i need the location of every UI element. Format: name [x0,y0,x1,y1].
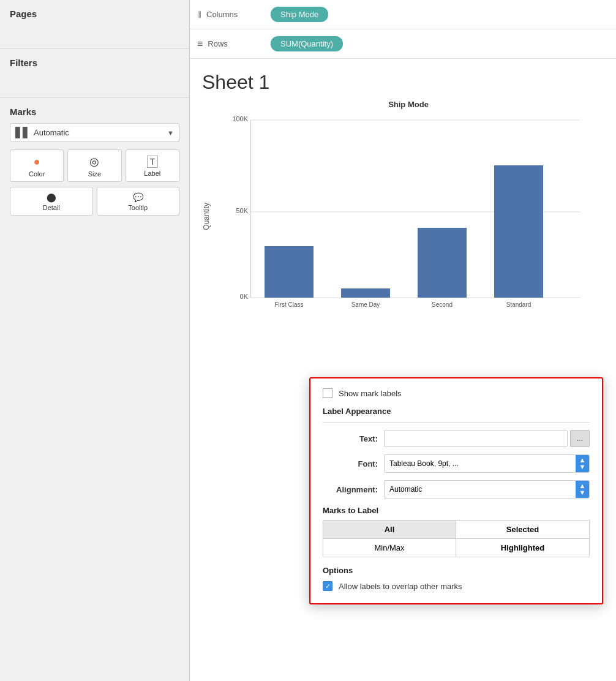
options-title: Options [323,566,590,575]
marks-label-row-1: All Selected [323,521,589,539]
color-dots-icon: ● [34,156,40,168]
marks-section: Marks ▋▋ Automatic ▼ ● Color ◎ Size T La… [0,98,189,681]
rows-label: Rows [208,39,228,48]
columns-bar: ⫴ Columns Ship Mode [190,0,616,29]
rows-icon: ≡ [197,39,203,50]
sum-quantity-pill[interactable]: SUM(Quantity) [271,36,343,51]
legend-title: Ship Mode [213,100,604,109]
divider-1 [323,422,590,423]
bar-label-second-class2: Class [434,309,449,310]
pages-title: Pages [10,9,179,19]
bar-label-same-day: Same Day [351,301,380,308]
filters-section: Filters [0,49,189,98]
selected-button[interactable]: Selected [456,521,589,538]
show-mark-labels-label: Show mark labels [339,389,402,398]
size-icon: ◎ [89,155,99,168]
label-appearance-section: Label Appearance Text: ... Font: Tableau… [323,407,590,499]
font-field-label: Font: [323,459,378,468]
show-mark-labels-checkbox[interactable] [323,388,332,398]
label-button[interactable]: T Label [126,149,179,182]
overlap-label: Allow labels to overlap other marks [339,582,462,591]
highlighted-button[interactable]: Highlighted [456,539,589,557]
highlighted-label: Highlighted [501,543,545,552]
text-field-row: Text: ... [323,430,590,447]
marks-type-dropdown[interactable]: ▋▋ Automatic ▼ [10,123,179,142]
label-popup: Show mark labels Label Appearance Text: … [309,377,603,604]
bar-same-day [341,288,390,298]
color-label: Color [29,170,45,178]
rows-bar: ≡ Rows SUM(Quantity) [190,29,616,59]
marks-to-label-section: Marks to Label All Selected [323,506,590,557]
bar-second-class [418,228,467,298]
columns-icon: ⫴ [197,9,201,20]
alignment-field-label: Alignment: [323,485,378,494]
alignment-select-text: Automatic [385,481,576,498]
detail-label: Detail [43,204,60,211]
marks-type-label: Automatic [34,128,167,137]
font-select-arrow: ▲ ▼ [576,455,589,472]
text-input[interactable] [384,430,568,447]
y-label-0k: 0K [240,293,249,300]
tooltip-icon: 💬 [133,192,143,202]
all-label: All [385,525,395,534]
marks-buttons-grid: ● Color ◎ Size T Label [10,149,179,182]
color-button[interactable]: ● Color [10,149,64,182]
bar-chart-icon: ▋▋ [15,127,30,138]
size-label: Size [88,170,101,178]
label-icon: T [147,156,159,168]
bar-chart-svg: 100K 50K 0K First Class [213,114,604,310]
checkmark-icon: ✓ [325,582,331,590]
y-label-100k: 100K [232,115,248,122]
chevron-down-icon-2: ▼ [579,489,586,496]
marks-buttons-row2: ⬤ Detail 💬 Tooltip [10,187,179,216]
text-field-label: Text: [323,434,378,443]
marks-label-row-2: Min/Max Highlighted [323,539,589,557]
marks-to-label-title: Marks to Label [323,506,590,515]
label-appearance-title: Label Appearance [323,407,590,416]
overlap-checkbox[interactable]: ✓ [323,581,332,591]
bar-standard-class [494,165,543,298]
chevron-down-icon: ▼ [579,464,586,470]
sheet-title: Sheet 1 [202,71,604,94]
font-select-text: Tableau Book, 9pt, ... [385,455,576,472]
size-button[interactable]: ◎ Size [67,149,121,182]
show-mark-labels-row: Show mark labels [323,388,590,398]
chart-body: Ship Mode 100K 50K 0K [213,100,604,322]
bar-first-class [265,246,314,298]
detail-button[interactable]: ⬤ Detail [10,187,93,216]
filters-title: Filters [10,58,179,68]
y-axis-label: Quantity [202,203,211,230]
overlap-option-row: ✓ Allow labels to overlap other marks [323,581,590,591]
marks-label-grid: All Selected Min/Max Highlighted [323,520,590,557]
ellipsis-button[interactable]: ... [570,430,590,447]
chart-svg-container: 100K 50K 0K First Class [213,114,604,322]
bar-label-first-class: First Class [274,301,303,308]
tooltip-label: Tooltip [128,204,148,211]
options-section: Options ✓ Allow labels to overlap other … [323,566,590,591]
chart-area: Sheet 1 Quantity Ship Mode 100K 50K 0K [190,59,616,681]
min-max-label: Min/Max [374,543,404,552]
y-label-50k: 50K [236,207,248,214]
app-container: Pages Filters Marks ▋▋ Automatic ▼ ● Col… [0,0,616,681]
chart-inner: Quantity Ship Mode 100K 50K 0K [202,100,604,333]
bar-label-standard-class: Standard [506,301,531,308]
pages-section: Pages [0,0,189,49]
label-label: Label [144,170,160,177]
bar-label-second-class: Second [432,301,453,308]
font-select[interactable]: Tableau Book, 9pt, ... ▲ ▼ [384,454,590,473]
tooltip-button[interactable]: 💬 Tooltip [97,187,180,216]
main-content: ⫴ Columns Ship Mode ≡ Rows SUM(Quantity)… [190,0,616,681]
alignment-select[interactable]: Automatic ▲ ▼ [384,480,590,499]
all-button[interactable]: All [323,521,456,538]
columns-label: Columns [206,10,238,19]
font-field-row: Font: Tableau Book, 9pt, ... ▲ ▼ [323,454,590,473]
sidebar: Pages Filters Marks ▋▋ Automatic ▼ ● Col… [0,0,190,681]
chevron-down-icon: ▼ [167,129,174,137]
detail-icon: ⬤ [47,192,56,202]
columns-label-area: ⫴ Columns [197,9,271,20]
ship-mode-pill[interactable]: Ship Mode [271,7,328,22]
marks-title: Marks [10,107,179,117]
rows-label-area: ≡ Rows [197,39,271,50]
bar-label-standard-class2: Class [511,309,526,310]
min-max-button[interactable]: Min/Max [323,539,456,557]
